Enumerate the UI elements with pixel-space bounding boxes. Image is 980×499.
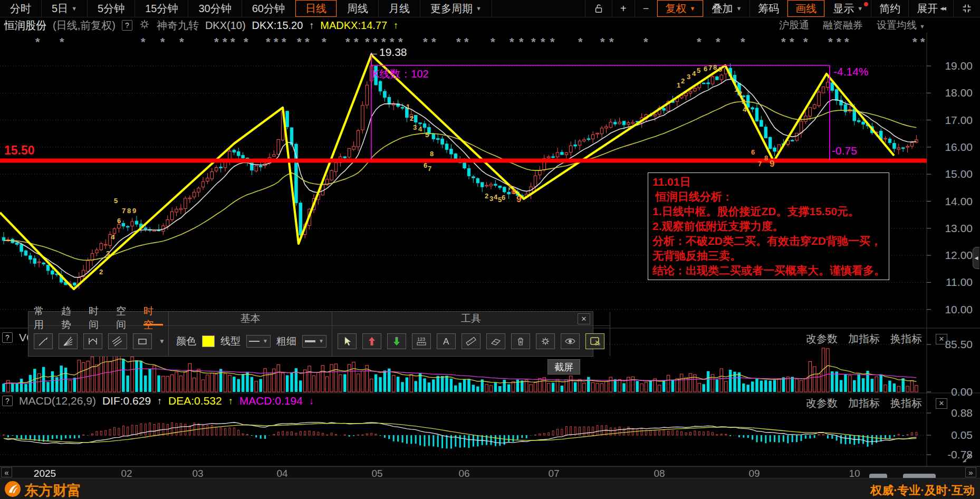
event-mark: * [390, 37, 395, 47]
draw-rectangle-icon[interactable] [133, 333, 152, 349]
event-mark: * [223, 37, 227, 47]
button-展开[interactable]: 展开◀◀ [908, 0, 953, 17]
drawbar-tab-空间[interactable]: 空间 [116, 312, 136, 325]
color-swatch[interactable] [202, 335, 215, 347]
button-15分钟[interactable]: 15分钟 [135, 0, 188, 17]
button-+[interactable]: + [612, 0, 635, 17]
line-style-dropdown[interactable]: ▼ [246, 335, 271, 348]
td-sequence-mark: 7 [428, 165, 431, 172]
button-复权[interactable]: 复权▼ [657, 0, 703, 17]
draw-trendline-icon[interactable] [34, 333, 53, 349]
button-筹码[interactable]: 筹码 [750, 0, 787, 17]
draw-segment-icon[interactable] [83, 333, 102, 349]
indicator-name[interactable]: 神奇九转 [157, 18, 199, 33]
macd-value: MACD:0.194 [239, 395, 303, 407]
button-周线[interactable]: 周线 [337, 0, 379, 17]
button-显示[interactable]: 显示▼ [824, 0, 871, 17]
button-5分钟[interactable]: 5分钟 [88, 0, 135, 17]
link-改参数[interactable]: 改参数 [806, 396, 838, 410]
link-设置均线[interactable]: 设置均线▼ [877, 18, 925, 32]
event-mark: * [609, 37, 614, 47]
help-icon[interactable]: ? [122, 20, 132, 31]
volume-help-icon[interactable]: ? [2, 332, 13, 343]
settings-gear-icon[interactable] [536, 333, 555, 349]
button-画线[interactable]: 画线 [787, 0, 824, 17]
button-月线[interactable]: 月线 [379, 0, 420, 17]
price-axis-label: 13.00 [928, 222, 973, 235]
button-简约[interactable]: 简约 [871, 0, 908, 17]
number-label-tool-icon[interactable]: 123 [412, 333, 431, 349]
collapse-window-icon[interactable] [953, 0, 980, 17]
event-mark: * [214, 37, 219, 47]
event-mark: * [160, 37, 165, 47]
mark-down-arrow-icon[interactable] [387, 333, 406, 349]
event-mark: * [464, 37, 469, 47]
link-融资融券[interactable]: 融资融券 [823, 18, 863, 32]
scroll-left-icon[interactable]: « [1, 467, 12, 477]
event-mark: * [322, 37, 326, 47]
button-30分钟[interactable]: 30分钟 [188, 0, 242, 17]
drawbar-tab-趋势[interactable]: 趋势 [61, 312, 81, 325]
td-sequence-mark: 6 [424, 162, 427, 169]
panel-expand-handle[interactable]: ◀ [973, 247, 979, 269]
td-sequence-mark: 4 [494, 194, 497, 200]
drawbar-tab-时间[interactable]: 时间 [89, 312, 108, 325]
scroll-right-icon[interactable]: » [965, 467, 976, 477]
ruler-tool-icon[interactable] [462, 333, 481, 349]
td-sequence-mark: 3 [413, 124, 417, 131]
draw-fan-lines-icon[interactable] [59, 333, 78, 349]
measure-lines [371, 53, 830, 160]
button-更多周期[interactable]: 更多周期▼ [420, 0, 492, 17]
close-icon[interactable]: ✕ [936, 334, 947, 344]
more-shapes-chevron-icon[interactable]: ▼ [159, 338, 165, 345]
td-sequence-mark: 8 [764, 155, 768, 161]
cursor-tool-icon[interactable] [338, 333, 357, 349]
link-换指标[interactable]: 换指标 [890, 332, 922, 346]
support-price-label: 15.50 [4, 143, 35, 158]
drawbar-tab-时空[interactable]: 时空 [143, 312, 163, 325]
td-sequence-mark: 7 [758, 160, 762, 167]
eraser-tool-icon[interactable] [486, 333, 505, 349]
event-mark: * [179, 37, 184, 47]
button-叠加[interactable]: 叠加▼ [703, 0, 750, 17]
line-weight-dropdown[interactable]: ▼ [302, 335, 326, 348]
macd-help-icon[interactable]: ? [2, 396, 13, 406]
close-icon[interactable]: ✕ [936, 398, 947, 409]
period-toolbar: 分时5日▼5分钟15分钟30分钟60分钟日线周线月线更多周期▼ +−复权▼叠加▼… [0, 0, 980, 17]
visibility-eye-icon[interactable] [561, 333, 580, 349]
event-mark: * [244, 37, 248, 47]
screenshot-tooltip: 截屏 [547, 359, 580, 375]
dkx-param: DKX(10) [205, 20, 246, 32]
change-percent-label: -4.14% [833, 65, 869, 78]
analysis-note-box: 11.01日 恒润日线分析：1.日线中枢。股价接近ZD。支撑15.50元。2.观… [648, 172, 889, 280]
link-改参数[interactable]: 改参数 [806, 332, 838, 346]
info-bar-links: 沪股通融资融券设置均线▼ [779, 18, 925, 33]
drawbar-tabs: 常用趋势时间空间时空 [28, 312, 168, 325]
button-60分钟[interactable]: 60分钟 [242, 0, 295, 17]
volume-ma-fast-line [4, 359, 916, 384]
drawbar-tab-常用[interactable]: 常用 [34, 312, 53, 325]
lock-icon[interactable] [585, 0, 612, 17]
link-换指标[interactable]: 换指标 [890, 396, 922, 410]
trash-icon[interactable] [511, 333, 530, 349]
draw-channel-icon[interactable] [108, 333, 127, 349]
period-buttons: 分时5日▼5分钟15分钟30分钟60分钟日线周线月线更多周期▼ [0, 0, 492, 17]
close-icon[interactable]: ✕ [578, 313, 590, 324]
event-mark: * [431, 37, 436, 47]
link-加指标[interactable]: 加指标 [848, 396, 880, 410]
price-axis-label: 19.00 [928, 60, 973, 72]
event-mark: * [381, 37, 386, 47]
mark-up-arrow-icon[interactable] [362, 333, 381, 349]
screenshot-tool-icon[interactable] [585, 333, 604, 349]
button-日线[interactable]: 日线 [295, 0, 337, 17]
section-basic-label: 基本 [169, 312, 332, 326]
text-tool-icon[interactable]: A [437, 333, 456, 349]
button-−[interactable]: − [635, 0, 657, 17]
button-5日[interactable]: 5日▼ [42, 0, 88, 17]
link-沪股通[interactable]: 沪股通 [779, 18, 809, 32]
gear-icon[interactable] [139, 18, 150, 33]
button-分时[interactable]: 分时 [0, 0, 42, 17]
link-加指标[interactable]: 加指标 [848, 332, 880, 346]
td-sequence-mark: 8 [127, 207, 131, 214]
td-sequence-mark: 3 [106, 250, 110, 257]
